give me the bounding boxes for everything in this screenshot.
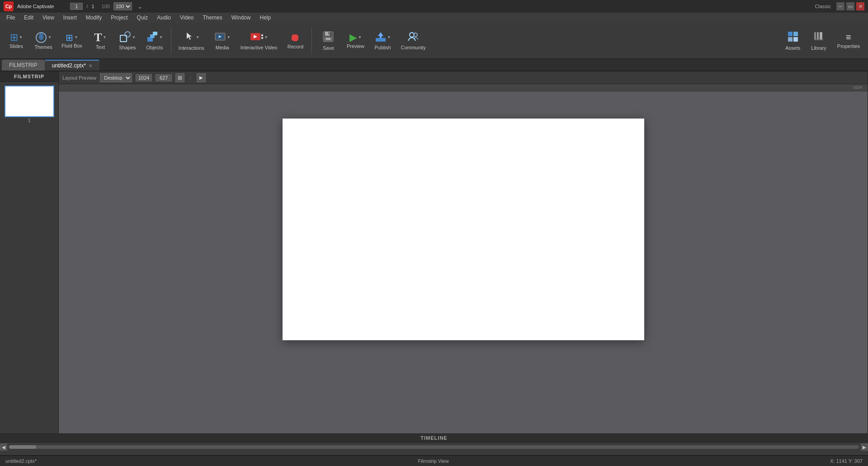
- filmstrip-panel: FILMSTRIP 1: [0, 71, 59, 433]
- svg-point-2: [125, 32, 130, 37]
- toolbar-divider-1: [171, 27, 171, 54]
- slides-button[interactable]: ⊞ ▼ Slides: [4, 31, 29, 51]
- menu-insert[interactable]: Insert: [59, 14, 81, 22]
- library-icon: [813, 30, 825, 44]
- record-label: Record: [288, 44, 303, 49]
- page-total: 1: [91, 4, 94, 9]
- status-coords: X: 1141 Y: 307: [830, 458, 863, 464]
- assets-icon: [787, 30, 799, 44]
- text-button[interactable]: T ▼ Text: [88, 30, 113, 52]
- svg-rect-18: [376, 38, 386, 42]
- canvas-width-value: 1024: [136, 74, 152, 81]
- timeline-thumb: [9, 445, 36, 449]
- svg-rect-28: [820, 32, 822, 40]
- bottom-area: TIMELINE ◀ ▶: [0, 433, 868, 455]
- layout-select[interactable]: Desktop Tablet Mobile: [100, 73, 132, 82]
- menu-themes[interactable]: Themes: [198, 14, 226, 22]
- interactive-video-button[interactable]: ▼ Interactive Video: [237, 29, 281, 52]
- filmstrip-panel-tab[interactable]: FILMSTRIP: [2, 60, 45, 71]
- media-label: Media: [216, 45, 229, 50]
- menu-view[interactable]: View: [38, 14, 59, 22]
- main-area: FILMSTRIP 1 Layout Preview Desktop Table…: [0, 71, 868, 433]
- assets-label: Assets: [785, 45, 800, 51]
- timeline-scroll-left[interactable]: ◀: [0, 443, 7, 451]
- page-separator: /: [86, 4, 88, 9]
- status-view: Filmstrip View: [418, 458, 448, 464]
- menu-edit[interactable]: Edit: [19, 14, 38, 22]
- objects-button[interactable]: ▼ Objects: [142, 29, 167, 52]
- svg-rect-23: [793, 32, 798, 36]
- menu-quiz[interactable]: Quiz: [132, 14, 153, 22]
- canvas-area: Layout Preview Desktop Tablet Mobile 102…: [59, 71, 868, 433]
- themes-arrow: ▼: [48, 35, 52, 39]
- toolbar-divider-2: [311, 27, 312, 54]
- svg-rect-5: [153, 32, 157, 35]
- timeline-track[interactable]: [9, 445, 859, 449]
- menu-bar: File Edit View Insert Modify Project Qui…: [0, 13, 868, 23]
- shapes-icon: [119, 31, 131, 44]
- tab-close-button[interactable]: ✕: [89, 63, 92, 68]
- record-button[interactable]: ⏺ Record: [283, 30, 308, 51]
- title-bar-left: Cp Adobe Captivate / 1 100 1007550125150…: [4, 1, 142, 11]
- slide-canvas: [283, 119, 644, 340]
- publish-button[interactable]: ▼ Publish: [370, 29, 395, 52]
- ruler-end-value: 1024: [853, 85, 862, 90]
- status-bar: untitled2.cptx* Filmstrip View X: 1141 Y…: [0, 455, 868, 466]
- shapes-button[interactable]: ▼ Shapes: [115, 29, 140, 52]
- fluid-box-arrow: ▼: [74, 35, 78, 39]
- slide-1-thumb[interactable]: [5, 86, 54, 117]
- library-button[interactable]: Library: [807, 29, 831, 52]
- canvas-height-value: 627: [156, 74, 172, 81]
- menu-audio[interactable]: Audio: [152, 14, 175, 22]
- publish-icon: [375, 31, 387, 44]
- assets-button[interactable]: Assets: [781, 29, 805, 52]
- community-button[interactable]: Community: [397, 29, 429, 52]
- timeline-header: TIMELINE: [0, 434, 868, 442]
- menu-file[interactable]: File: [2, 14, 19, 22]
- community-icon: [407, 31, 419, 44]
- community-label: Community: [401, 45, 426, 50]
- filmstrip-content: 1: [0, 82, 58, 127]
- interactions-label: Interactions: [179, 45, 204, 51]
- page-number-input[interactable]: [70, 3, 83, 10]
- fluid-box-button[interactable]: ⊞ ▼ Fluid Box: [58, 31, 86, 50]
- interactions-button[interactable]: ▼ Interactions: [175, 29, 208, 52]
- untitled2-tab[interactable]: untitled2.cptx* ✕: [45, 60, 99, 71]
- interactions-arrow: ▼: [196, 35, 199, 39]
- slide-1-container: 1: [4, 86, 55, 123]
- library-label: Library: [811, 45, 826, 51]
- svg-rect-22: [788, 32, 793, 36]
- properties-button[interactable]: ≡ Properties: [833, 30, 864, 51]
- restore-button[interactable]: ▭: [846, 2, 854, 10]
- zoom-select[interactable]: 1007550125150: [113, 2, 132, 10]
- play-button[interactable]: ▶: [197, 73, 206, 82]
- menu-help[interactable]: Help: [255, 14, 275, 22]
- close-button[interactable]: ✕: [856, 2, 864, 10]
- publish-arrow: ▼: [387, 35, 391, 39]
- preview-label: Preview: [347, 43, 364, 49]
- text-label: Text: [96, 44, 105, 50]
- fit-page-button[interactable]: ⊞: [175, 73, 184, 82]
- text-icon: T: [94, 32, 102, 43]
- menu-modify[interactable]: Modify: [81, 14, 106, 22]
- canvas-toolbar: Layout Preview Desktop Tablet Mobile 102…: [59, 71, 868, 84]
- themes-label: Themes: [34, 44, 52, 50]
- media-button[interactable]: ▼ Media: [210, 29, 235, 52]
- objects-label: Objects: [146, 45, 163, 50]
- timeline-scroll: ◀ ▶: [0, 442, 868, 452]
- save-button[interactable]: Save: [316, 29, 341, 52]
- menu-project[interactable]: Project: [106, 14, 132, 22]
- themes-button[interactable]: ▼ Themes: [31, 30, 56, 52]
- filmstrip-tab-label: FILMSTRIP: [9, 62, 38, 68]
- objects-icon: [146, 31, 158, 44]
- status-file: untitled2.cptx*: [5, 458, 37, 464]
- menu-video[interactable]: Video: [175, 14, 198, 22]
- preview-button[interactable]: ▶ ▼ Preview: [343, 31, 368, 51]
- canvas-container[interactable]: [59, 91, 868, 433]
- menu-window[interactable]: Window: [227, 14, 255, 22]
- svg-rect-27: [817, 32, 819, 40]
- minimize-button[interactable]: ─: [836, 2, 844, 10]
- svg-rect-16: [326, 38, 330, 40]
- app-logo: Cp: [4, 1, 14, 11]
- timeline-scroll-right[interactable]: ▶: [861, 443, 868, 451]
